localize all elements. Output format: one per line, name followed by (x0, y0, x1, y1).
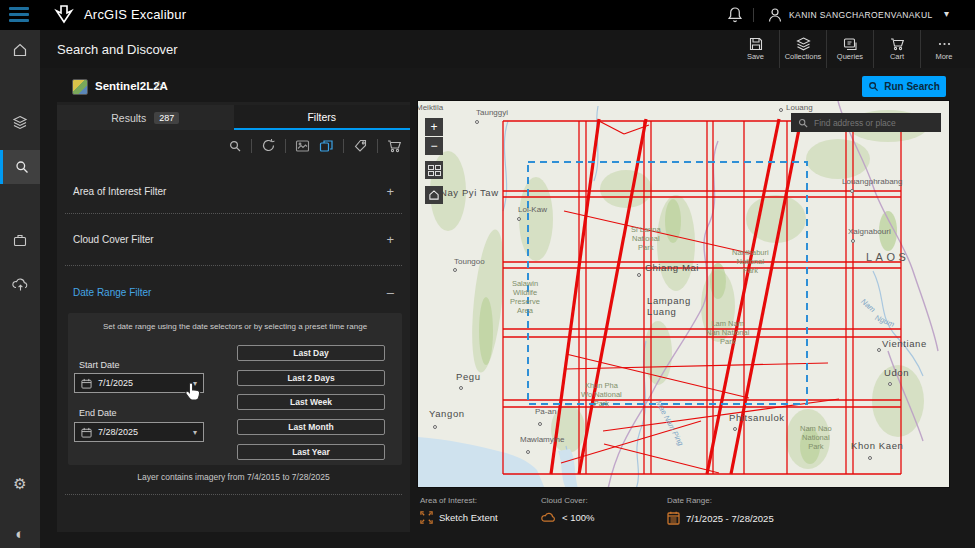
search-icon[interactable] (228, 139, 242, 153)
status-aoi: Area of Interest: Sketch Extent (420, 496, 498, 524)
home-icon (12, 42, 28, 58)
settings-icon: ⚙ (13, 476, 26, 491)
preset-last-week[interactable]: Last Week (237, 394, 385, 410)
search-panel: Sentinel2L2A ☆ Results 287 Filters (57, 72, 410, 532)
queries-icon (843, 37, 858, 51)
cloud-icon (541, 511, 556, 523)
preset-last-day[interactable]: Last Day (237, 345, 385, 361)
app-sidebar: ⚙ ◐ (0, 30, 40, 548)
basemap (418, 101, 950, 488)
collections-icon (796, 37, 811, 51)
panel-tabs: Results 287 Filters (57, 105, 410, 130)
zoom-out-button[interactable]: − (425, 137, 443, 155)
filter-area-of-interest[interactable]: Area of Interest Filter + (65, 170, 402, 214)
user-avatar-icon[interactable] (767, 6, 783, 28)
expand-plus-icon[interactable]: + (386, 232, 394, 247)
queries-button[interactable]: Queries (826, 30, 873, 68)
tab-results[interactable]: Results 287 (57, 105, 234, 130)
notifications-bell-icon[interactable] (727, 6, 743, 28)
collections-button[interactable]: Collections (779, 30, 826, 68)
layer-thumbnail (72, 79, 88, 95)
filter-cloud-cover[interactable]: Cloud Cover Filter + (65, 214, 402, 266)
search-icon (798, 118, 808, 128)
toolbar-divider (343, 139, 344, 153)
sidebar-item-search[interactable] (0, 150, 40, 184)
imagery-range-note: Layer contains imagery from 7/4/2015 to … (57, 472, 410, 482)
more-label: More (935, 52, 952, 61)
results-tab-label: Results (111, 112, 146, 124)
results-count-badge: 287 (154, 112, 179, 124)
sidebar-item-home[interactable] (0, 33, 40, 67)
cart-icon (890, 37, 905, 51)
sidebar-item-projects[interactable] (0, 223, 40, 257)
more-button[interactable]: More (920, 30, 967, 68)
map-search-input[interactable] (814, 118, 934, 128)
home-icon (428, 189, 440, 201)
end-date-value: 7/28/2025 (98, 427, 187, 437)
map-search-box[interactable] (791, 113, 941, 132)
expand-plus-icon[interactable]: + (386, 184, 394, 199)
preset-last-month[interactable]: Last Month (237, 419, 385, 435)
status-date-range: Date Range: 7/1/2025 - 7/28/2025 (667, 496, 774, 525)
sidebar-item-layers[interactable] (0, 106, 40, 140)
compare-icon[interactable] (319, 139, 334, 153)
map-view[interactable]: MeiktilaTaunggyiLouangLouangphrabangNay … (417, 100, 950, 488)
header-divider (753, 8, 754, 22)
save-button[interactable]: Save (732, 30, 779, 68)
search-criteria-bar: Area of Interest: Sketch Extent Cloud Co… (417, 492, 950, 536)
preset-last-2-days[interactable]: Last 2 Days (237, 370, 385, 386)
run-search-label: Run Search (884, 81, 940, 92)
top-app-bar: ArcGIS Excalibur KANIN SANGCHAROENVANAKU… (0, 0, 975, 30)
basemap-grid-icon (428, 165, 441, 176)
zoom-in-button[interactable]: + (425, 118, 443, 136)
more-icon (937, 37, 952, 51)
imagery-icon[interactable] (295, 139, 310, 153)
page-title: Search and Discover (57, 42, 178, 57)
chevron-down-icon[interactable]: ▾ (193, 428, 197, 437)
cart-button[interactable]: Cart (873, 30, 920, 68)
sidebar-item-settings[interactable]: ⚙ (0, 466, 40, 500)
cart-label: Cart (890, 52, 904, 61)
chevron-down-icon[interactable]: ▾ (193, 379, 197, 388)
aoi-value: Sketch Extent (439, 512, 498, 523)
status-cloud-cover: Cloud Cover: < 100% (541, 496, 595, 523)
user-menu-caret-icon[interactable]: ▾ (944, 8, 949, 19)
refresh-icon[interactable] (261, 138, 276, 153)
toolbar-divider (251, 139, 252, 153)
favorite-star-icon[interactable]: ☆ (153, 78, 165, 93)
end-date-input[interactable]: 7/28/2025 ▾ (74, 422, 204, 442)
search-icon (868, 81, 879, 92)
start-date-input[interactable]: 7/1/2025 ▾ (74, 373, 204, 393)
toolbar-divider (377, 139, 378, 153)
app-title: ArcGIS Excalibur (84, 7, 186, 22)
search-icon (14, 159, 30, 175)
map-home-button[interactable] (425, 186, 443, 204)
user-name: KANIN SANGCHAROENVANAKUL (789, 10, 933, 20)
layers-icon (12, 115, 28, 131)
start-date-value: 7/1/2025 (98, 378, 187, 388)
panel-divider (65, 494, 402, 495)
preset-last-year[interactable]: Last Year (237, 444, 385, 460)
date-filter-label: Date Range Filter (73, 287, 151, 298)
cloud-cover-value: < 100% (562, 512, 595, 523)
tab-filters[interactable]: Filters (234, 105, 411, 130)
sidebar-item-theme[interactable]: ◐ (0, 516, 40, 548)
aoi-filter-label: Area of Interest Filter (73, 186, 166, 197)
date-range-section: Set date range using the date selectors … (68, 313, 402, 465)
collapse-minus-icon[interactable]: – (387, 285, 394, 300)
calendar-icon (667, 511, 680, 525)
cloud-upload-icon (12, 277, 29, 293)
basemap-gallery-button[interactable] (425, 161, 443, 179)
hamburger-icon[interactable] (9, 7, 29, 22)
filters-tab-label: Filters (307, 111, 336, 123)
filter-date-range[interactable]: Date Range Filter – (65, 266, 402, 318)
tag-icon[interactable] (353, 139, 368, 153)
run-search-button[interactable]: Run Search (862, 76, 946, 97)
collections-label: Collections (785, 52, 822, 61)
page-header: Search and Discover Save Collections Que… (0, 30, 975, 68)
calendar-icon (81, 378, 92, 389)
cloud-cover-label: Cloud Cover: (541, 496, 595, 505)
layer-header: Sentinel2L2A ☆ (57, 72, 410, 102)
cart-icon[interactable] (387, 139, 402, 153)
sidebar-item-upload[interactable] (0, 268, 40, 302)
